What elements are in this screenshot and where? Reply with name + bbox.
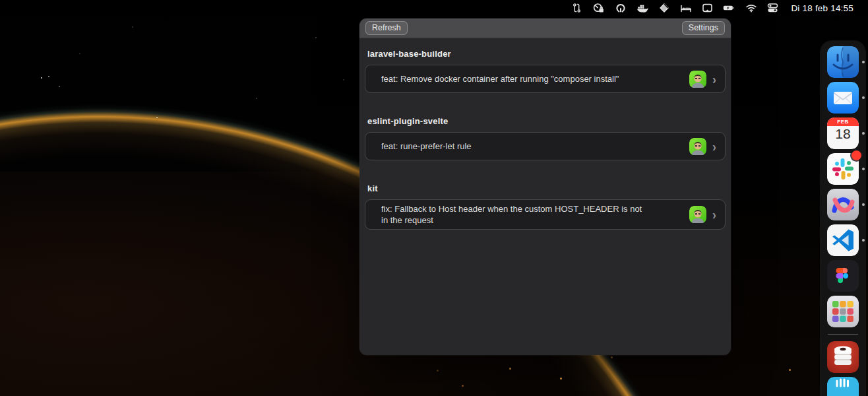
calendar-month-label: FEB xyxy=(827,119,859,125)
battery-charging-icon[interactable] xyxy=(723,3,735,14)
menu-bar-clock[interactable]: Di 18 feb 14:55 xyxy=(791,3,853,13)
panel-header: Refresh Settings xyxy=(359,18,731,38)
dock-item-calendar[interactable]: FEB 18 xyxy=(827,117,859,149)
dock-item-figma[interactable] xyxy=(827,260,859,292)
bed-icon[interactable] xyxy=(679,3,692,14)
repo-label: eslint-plugin-svelte xyxy=(367,116,723,126)
author-avatar xyxy=(689,138,706,155)
diamond-share-icon[interactable] xyxy=(658,3,670,14)
commit-row[interactable]: feat: Remove docker container after runn… xyxy=(365,65,726,93)
pr-menu-panel: Refresh Settings laravel-base-builder fe… xyxy=(359,18,731,355)
chevron-right-icon: › xyxy=(712,209,716,220)
commit-title: feat: rune-prefer-let rule xyxy=(381,141,646,152)
running-indicator xyxy=(862,239,865,242)
docker-whale-icon[interactable] xyxy=(636,3,648,14)
desktop: Di 18 feb 14:55 Refresh Settings laravel… xyxy=(0,0,868,396)
commit-row[interactable]: feat: rune-prefer-let rule › xyxy=(365,132,726,160)
commit-title: fix: Fallback to Host header when the cu… xyxy=(381,203,646,226)
panel-body: laravel-base-builder feat: Remove docker… xyxy=(359,38,731,230)
commit-row[interactable]: fix: Fallback to Host header when the cu… xyxy=(365,199,726,230)
author-avatar xyxy=(689,206,706,223)
dock-item-arc-browser[interactable] xyxy=(827,189,859,220)
running-indicator xyxy=(862,168,865,170)
dock-item-app-grid[interactable] xyxy=(827,296,859,327)
running-indicator xyxy=(862,203,865,206)
settings-button[interactable]: Settings xyxy=(682,21,725,35)
dock-item-mail[interactable] xyxy=(827,82,859,114)
screen-mirroring-icon[interactable] xyxy=(701,3,714,14)
dock-item-finder[interactable] xyxy=(827,46,859,78)
notification-badge xyxy=(852,150,861,160)
dock: FEB 18 xyxy=(821,41,865,396)
author-avatar xyxy=(689,71,706,88)
dock-item-terminal-partial[interactable] xyxy=(827,377,859,396)
running-indicator xyxy=(862,61,865,63)
pull-request-icon[interactable] xyxy=(571,3,583,14)
commit-title: feat: Remove docker container after runn… xyxy=(381,73,646,84)
refresh-button[interactable]: Refresh xyxy=(365,21,408,35)
stacked-toggles-icon[interactable] xyxy=(766,3,779,14)
dock-divider xyxy=(828,334,858,335)
calendar-day-label: 18 xyxy=(827,126,859,142)
chevron-right-icon: › xyxy=(712,73,716,84)
dock-item-slack[interactable] xyxy=(827,153,859,185)
dock-item-vscode[interactable] xyxy=(827,224,859,256)
running-indicator xyxy=(862,132,865,135)
dock-item-database[interactable] xyxy=(827,341,859,373)
privacy-dial-lock-icon[interactable] xyxy=(592,3,605,14)
openvpn-icon[interactable] xyxy=(614,3,627,14)
repo-label: laravel-base-builder xyxy=(367,49,723,59)
menu-bar: Di 18 feb 14:55 xyxy=(0,0,868,16)
repo-label: kit xyxy=(367,183,723,193)
running-indicator xyxy=(862,96,865,99)
wifi-icon[interactable] xyxy=(745,3,757,14)
chevron-right-icon: › xyxy=(712,140,716,152)
